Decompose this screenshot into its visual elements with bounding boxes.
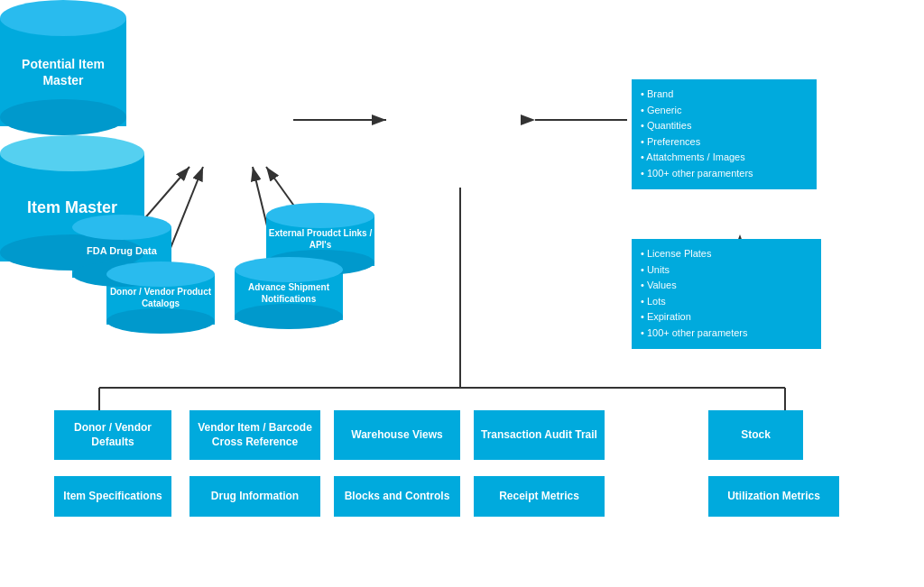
fda-drug-label: FDA Drug Data [87, 244, 157, 257]
info-box-bot-line5: • Expiration [641, 309, 812, 326]
diagram: Potential Item Master Item Master FDA Dr… [0, 0, 924, 587]
donor-vendor-label: Donor / Vendor Product Catalogs [106, 286, 215, 309]
external-product-label: External Proudct Links / API's [266, 227, 374, 251]
potential-item-master-label: Potential Item Master [0, 56, 126, 88]
info-box-bot-line4: • Lots [641, 294, 812, 310]
info-box-bot-line3: • Values [641, 278, 812, 294]
bottom-box-stock[interactable]: Stock [708, 410, 803, 460]
info-box-bot-line2: • Units [641, 262, 812, 279]
info-box-top-line5: • Attatchments / Images [641, 150, 808, 166]
top-info-box: • Brand • Generic • Quantities • Prefere… [632, 79, 817, 189]
info-box-top-line3: • Quantities [641, 118, 808, 134]
advance-shipment-cylinder: Advance Shipment Notifications [235, 257, 343, 329]
potential-item-master-cylinder: Potential Item Master [0, 0, 126, 135]
item-master-label: Item Master [27, 198, 117, 217]
bottom-box-vendor-item-barcode[interactable]: Vendor Item / Barcode Cross Reference [189, 410, 320, 460]
bottom-box-utilization-metrics[interactable]: Utilization Metrics [708, 476, 839, 517]
bottom-box-transaction-audit[interactable]: Transaction Audit Trail [474, 410, 605, 460]
bottom-box-drug-information[interactable]: Drug Information [189, 476, 320, 517]
advance-shipment-label: Advance Shipment Notifications [235, 281, 343, 305]
bottom-box-blocks-controls[interactable]: Blocks and Controls [334, 476, 460, 517]
info-box-top-line4: • Preferences [641, 134, 808, 151]
info-box-bot-line1: • License Plates [641, 246, 812, 262]
bottom-box-item-specifications[interactable]: Item Specifications [54, 476, 171, 517]
bottom-box-warehouse-views[interactable]: Warehouse Views [334, 410, 460, 460]
bottom-box-receipt-metrics[interactable]: Receipt Metrics [474, 476, 605, 517]
info-box-top-line2: • Generic [641, 103, 808, 119]
bottom-box-donor-vendor-defaults[interactable]: Donor / Vendor Defaults [54, 410, 171, 460]
info-box-top-line1: • Brand [641, 87, 808, 103]
info-box-top-line6: • 100+ other paramenters [641, 166, 808, 182]
info-box-bot-line6: • 100+ other parameters [641, 326, 812, 342]
bottom-info-box: • License Plates • Units • Values • Lots… [632, 239, 821, 349]
